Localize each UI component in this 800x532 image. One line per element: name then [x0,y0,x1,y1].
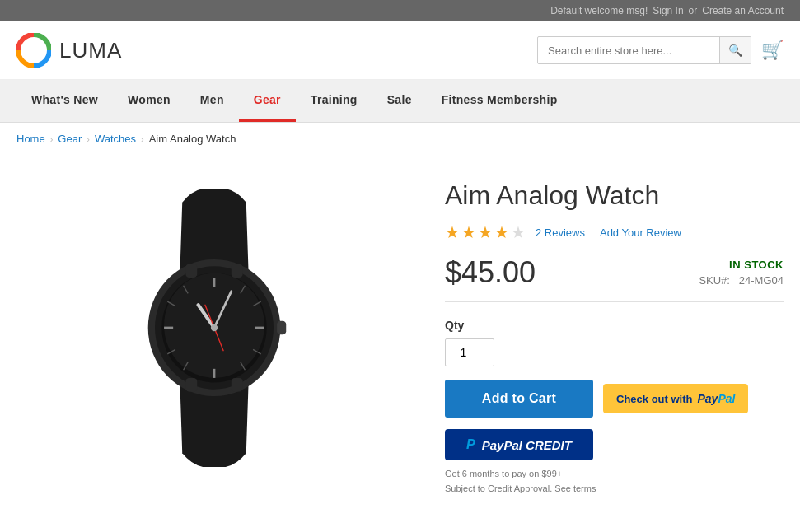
signin-link[interactable]: Sign In [653,5,683,16]
breadcrumb-sep-2: › [87,134,90,144]
svg-rect-23 [185,264,197,278]
or-text: or [689,5,698,16]
logo-area[interactable]: LUMA [16,33,122,68]
checkout-with-text: Check out with [616,393,692,405]
nav-item-training[interactable]: Training [296,80,372,122]
reviews-link[interactable]: 2 Reviews [536,226,585,239]
welcome-message: Default welcome msg! [550,5,648,16]
paypal-checkout-logo: PayPal [697,392,735,405]
add-to-cart-button[interactable]: Add to Cart [445,380,593,418]
svg-rect-24 [232,264,243,278]
watch-image-svg [91,180,338,476]
add-review-link[interactable]: Add Your Review [600,226,681,239]
product-title: Aim Analog Watch [445,180,784,211]
svg-point-21 [211,324,218,331]
nav-item-men[interactable]: Men [185,80,239,122]
sku-label: SKU#: [699,274,730,287]
product-price: $45.00 [445,255,536,290]
star-rating: ★ ★ ★ ★ ★ [445,222,526,242]
breadcrumb-current: Aim Analog Watch [149,133,236,145]
in-stock-badge: IN STOCK [699,259,784,271]
header: LUMA 🔍 🛒 [0,21,800,80]
star-3: ★ [478,222,493,242]
paypal-checkout-button[interactable]: Check out with PayPal [603,384,748,413]
svg-rect-26 [232,378,243,392]
cart-button[interactable]: 🛒 [761,40,784,61]
logo-text: LUMA [59,38,122,63]
luma-logo-icon [16,33,51,68]
main-nav: What's New Women Men Gear Training Sale … [0,80,800,123]
price-stock-row: $45.00 IN STOCK SKU#: 24-MG04 [445,255,784,302]
star-2: ★ [461,222,476,242]
product-layout: Aim Analog Watch ★ ★ ★ ★ ★ 2 Reviews Add… [0,155,800,526]
paypal-credit-row: P PayPal CREDIT [445,429,784,460]
sku-value: 24-MG04 [739,274,784,287]
svg-rect-25 [185,378,197,392]
sku-line: SKU#: 24-MG04 [699,274,784,287]
product-image-area [16,171,412,484]
star-4: ★ [494,222,509,242]
stock-sku-area: IN STOCK SKU#: 24-MG04 [699,259,784,287]
top-bar: Default welcome msg! Sign In or Create a… [0,0,800,21]
nav-item-gear[interactable]: Gear [239,80,296,122]
qty-input[interactable] [445,338,494,366]
star-1: ★ [445,222,460,242]
paypal-credit-note2: Subject to Credit Approval. See terms [445,483,784,493]
qty-section: Qty [445,319,784,366]
nav-item-whats-new[interactable]: What's New [16,80,113,122]
breadcrumb-sep-3: › [141,134,144,144]
header-right: 🔍 🛒 [537,36,784,64]
search-button[interactable]: 🔍 [719,37,751,63]
qty-label: Qty [445,319,784,332]
paypal-credit-note: Get 6 months to pay on $99+ [445,469,784,478]
breadcrumb-watches[interactable]: Watches [95,133,136,145]
paypal-credit-label: PayPal CREDIT [482,438,572,452]
svg-rect-22 [277,321,286,335]
nav-item-women[interactable]: Women [113,80,185,122]
breadcrumb-home[interactable]: Home [16,133,45,145]
product-info: Aim Analog Watch ★ ★ ★ ★ ★ 2 Reviews Add… [445,171,784,493]
breadcrumb-sep-1: › [50,134,54,144]
search-input[interactable] [538,38,719,63]
pp-credit-icon: P [466,437,475,452]
create-account-link[interactable]: Create an Account [702,5,784,16]
rating-row: ★ ★ ★ ★ ★ 2 Reviews Add Your Review [445,222,784,242]
product-image [74,188,354,468]
paypal-credit-button[interactable]: P PayPal CREDIT [445,429,593,460]
breadcrumb-gear[interactable]: Gear [58,133,82,145]
search-bar: 🔍 [537,36,751,64]
nav-item-sale[interactable]: Sale [372,80,427,122]
breadcrumb: Home › Gear › Watches › Aim Analog Watch [0,123,800,155]
add-to-cart-row: Add to Cart Check out with PayPal [445,380,784,418]
star-5: ★ [511,222,526,242]
nav-item-fitness-membership[interactable]: Fitness Membership [427,80,573,122]
